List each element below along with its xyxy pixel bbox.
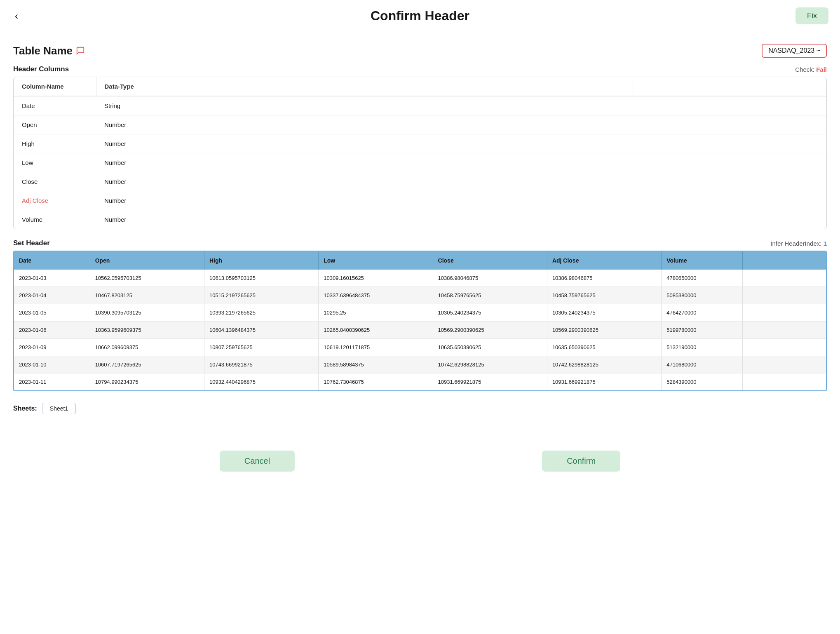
set-header-section: Set Header Infer HeaderIndex: 1 DateOpen… xyxy=(13,239,827,391)
cancel-button[interactable]: Cancel xyxy=(220,451,295,472)
col-type-cell: Number xyxy=(96,153,633,172)
table-row: 2023-01-0910662.09960937510807.259765625… xyxy=(14,339,826,356)
table-row: 2023-01-0610363.959960937510604.13964843… xyxy=(14,322,826,339)
page-title: Confirm Header xyxy=(371,8,469,23)
data-col-header xyxy=(743,251,826,270)
confirm-button[interactable]: Confirm xyxy=(542,451,620,472)
data-col-header: Low xyxy=(319,251,433,270)
data-table-wrapper: DateOpenHighLowCloseAdj CloseVolume 2023… xyxy=(13,251,827,391)
col-type-cell: Number xyxy=(96,191,633,210)
col-name-cell: Close xyxy=(14,172,96,191)
header-columns-title: Header Columns xyxy=(13,65,69,73)
col-name-cell: Volume xyxy=(14,210,96,229)
col-header-extra xyxy=(633,77,826,96)
table-row: 2023-01-1010607.719726562510743.66992187… xyxy=(14,356,826,373)
data-col-header: Close xyxy=(433,251,547,270)
col-name-cell: Low xyxy=(14,153,96,172)
fix-button[interactable]: Fix xyxy=(795,7,828,24)
check-fail-value: Fail xyxy=(816,66,827,73)
bottom-actions: Cancel Confirm xyxy=(0,442,840,488)
set-header-title: Set Header xyxy=(13,239,50,247)
table-row: 2023-01-1110794.99023437510932.440429687… xyxy=(14,373,826,391)
col-type-cell: Number xyxy=(96,115,633,134)
table-row: 2023-01-0410467.820312510515.21972656251… xyxy=(14,287,826,304)
table-row: 2023-01-0310562.059570312510613.05957031… xyxy=(14,270,826,287)
data-table: DateOpenHighLowCloseAdj CloseVolume 2023… xyxy=(14,251,826,390)
columns-table-wrapper: Column-Name Data-Type DateStringOpenNumb… xyxy=(13,77,827,229)
sheets-label: Sheets: xyxy=(13,405,37,412)
table-name-text: Table Name xyxy=(13,45,73,57)
data-col-header: Open xyxy=(90,251,204,270)
columns-table: Column-Name Data-Type DateStringOpenNumb… xyxy=(14,77,826,229)
infer-label: Infer HeaderIndex: 1 xyxy=(770,240,827,247)
col-name-cell: Date xyxy=(14,96,96,115)
data-col-header: Adj Close xyxy=(547,251,661,270)
col-name-cell: Open xyxy=(14,115,96,134)
sheet-tab[interactable]: Sheet1 xyxy=(42,403,76,414)
top-bar: ‹ Confirm Header Fix xyxy=(0,0,840,32)
header-columns-header: Header Columns Check: Fail xyxy=(13,65,827,73)
table-name-dropdown[interactable]: NASDAQ_2023 ~ xyxy=(762,44,827,58)
col-type-cell: Number xyxy=(96,172,633,191)
col-type-cell: String xyxy=(96,96,633,115)
sheets-row: Sheets: Sheet1 xyxy=(13,401,827,414)
comment-icon xyxy=(76,46,85,55)
header-columns-section: Header Columns Check: Fail Column-Name D… xyxy=(13,65,827,229)
sheets-container: Sheet1 xyxy=(42,403,76,414)
table-row: 2023-01-0510390.309570312510393.21972656… xyxy=(14,304,826,322)
infer-index: 1 xyxy=(824,240,827,247)
set-header-top: Set Header Infer HeaderIndex: 1 xyxy=(13,239,827,247)
data-col-header: Volume xyxy=(662,251,743,270)
data-col-header: Date xyxy=(14,251,90,270)
table-name-label: Table Name xyxy=(13,45,85,57)
col-header-type: Data-Type xyxy=(96,77,633,96)
col-type-cell: Number xyxy=(96,210,633,229)
data-col-header: High xyxy=(204,251,318,270)
check-label: Check: Fail xyxy=(795,66,827,73)
col-name-cell: Adj Close xyxy=(14,191,96,210)
col-type-cell: Number xyxy=(96,134,633,153)
main-content: Table Name NASDAQ_2023 ~ Header Columns … xyxy=(0,32,840,442)
dropdown-value: NASDAQ_2023 ~ xyxy=(768,47,820,54)
table-name-row: Table Name NASDAQ_2023 ~ xyxy=(13,44,827,58)
col-name-cell: High xyxy=(14,134,96,153)
back-button[interactable]: ‹ xyxy=(12,9,21,23)
col-header-name: Column-Name xyxy=(14,77,96,96)
